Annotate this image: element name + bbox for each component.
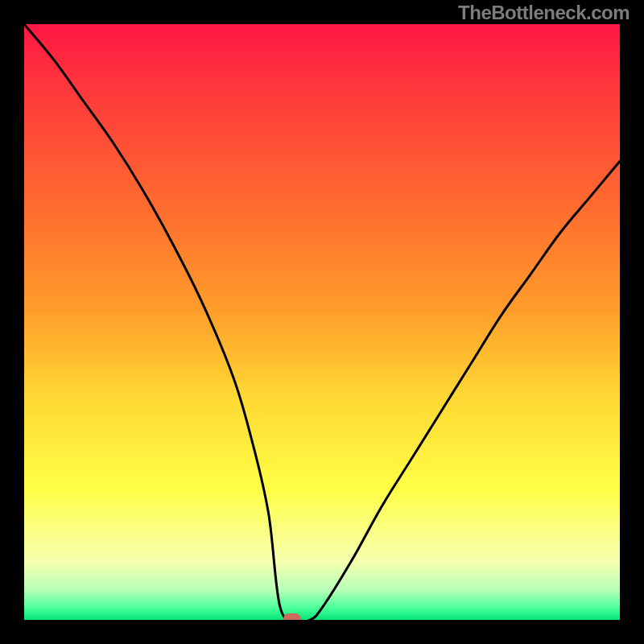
- plot-area: [24, 24, 620, 620]
- chart-frame: TheBottleneck.com: [0, 0, 644, 644]
- optimal-marker: [283, 613, 301, 620]
- gradient-background: [24, 24, 620, 620]
- chart-svg: [24, 24, 620, 620]
- watermark-text: TheBottleneck.com: [458, 2, 630, 24]
